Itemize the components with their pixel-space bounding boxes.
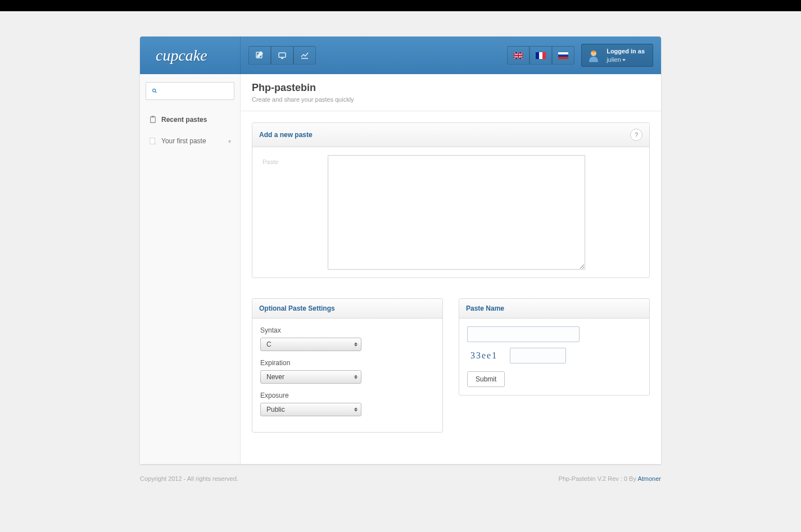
expiration-label: Expiration (260, 359, 435, 367)
select-arrows-icon (354, 375, 357, 379)
svg-rect-13 (150, 138, 155, 144)
username: julien (607, 56, 621, 63)
top-bar (0, 0, 801, 11)
select-arrows-icon (354, 408, 357, 412)
sidebar: Recent pastes Your first paste ▾ (140, 74, 241, 464)
svg-rect-8 (558, 57, 568, 59)
svg-point-10 (153, 89, 156, 92)
svg-rect-4 (539, 52, 542, 59)
header: cupcake (140, 37, 661, 74)
exposure-select[interactable]: Public (260, 403, 361, 416)
svg-rect-5 (542, 52, 546, 59)
panel-settings: Optional Paste Settings Syntax C (252, 298, 443, 433)
svg-rect-1 (279, 53, 286, 57)
svg-rect-6 (558, 52, 568, 54)
panel-title: Add a new paste (259, 131, 313, 139)
page-subtitle: Create and share your pastes quickly (252, 96, 650, 103)
copyright: Copyright 2012 - All rights reserved. (140, 475, 238, 482)
sidebar-section-title: Recent pastes (146, 116, 234, 124)
stats-button[interactable] (293, 46, 316, 65)
note-icon (149, 137, 157, 145)
monitor-button[interactable] (271, 46, 293, 65)
header-buttons (241, 37, 316, 74)
syntax-label: Syntax (260, 326, 435, 334)
chart-icon (300, 51, 309, 60)
paste-textarea[interactable] (328, 155, 585, 270)
panel-paste-name: Paste Name 33ee1 Submit (459, 298, 650, 395)
paste-name-input[interactable] (467, 326, 580, 342)
lang-en-button[interactable] (507, 46, 530, 65)
svg-rect-3 (536, 52, 539, 59)
svg-rect-7 (558, 54, 568, 57)
avatar-icon (586, 48, 601, 63)
caret-down-icon (622, 59, 626, 61)
author-link[interactable]: Atmoner (637, 475, 661, 482)
panel-add-paste: Add a new paste ? Paste (252, 122, 650, 278)
chevron-down-icon: ▾ (228, 138, 231, 144)
lang-ru-button[interactable] (552, 46, 574, 65)
compose-button[interactable] (248, 46, 271, 65)
sidebar-item-first-paste[interactable]: Your first paste ▾ (146, 134, 234, 148)
svg-rect-11 (151, 117, 156, 123)
flag-ru-icon (558, 52, 568, 59)
brand-logo[interactable]: cupcake (156, 47, 207, 65)
select-arrows-icon (354, 343, 357, 347)
flag-uk-icon (513, 52, 523, 59)
flag-fr-icon (536, 52, 546, 59)
logged-in-label: Logged in as (607, 47, 645, 55)
settings-title: Optional Paste Settings (259, 304, 335, 312)
page-head: Php-pastebin Create and share your paste… (241, 74, 661, 111)
captcha-code: 33ee1 (467, 349, 501, 362)
page-title: Php-pastebin (252, 82, 650, 94)
user-menu[interactable]: Logged in as julien (581, 44, 653, 67)
sidebar-item-label: Your first paste (161, 137, 206, 145)
syntax-select[interactable]: C (260, 338, 361, 351)
submit-button[interactable]: Submit (467, 371, 505, 387)
footer: Copyright 2012 - All rights reserved. Ph… (140, 464, 661, 504)
paste-label: Paste (260, 155, 316, 270)
clipboard-icon (149, 116, 157, 124)
edit-icon (255, 51, 264, 60)
svg-rect-12 (152, 116, 154, 117)
search-icon (152, 88, 157, 94)
captcha-input[interactable] (510, 348, 566, 363)
search-box[interactable] (146, 82, 234, 100)
expiration-select[interactable]: Never (260, 370, 361, 384)
exposure-label: Exposure (260, 392, 435, 399)
main: Php-pastebin Create and share your paste… (241, 74, 661, 464)
lang-fr-button[interactable] (530, 46, 552, 65)
footer-right: Php-Pastebin V.2 Rev : 0 By Atmoner (559, 475, 661, 482)
language-switcher (507, 37, 574, 74)
logo-area: cupcake (140, 37, 241, 74)
user-text: Logged in as julien (607, 47, 645, 63)
monitor-icon (278, 51, 287, 60)
help-button[interactable]: ? (630, 129, 642, 141)
search-input[interactable] (162, 87, 228, 95)
paste-name-title: Paste Name (466, 304, 504, 312)
